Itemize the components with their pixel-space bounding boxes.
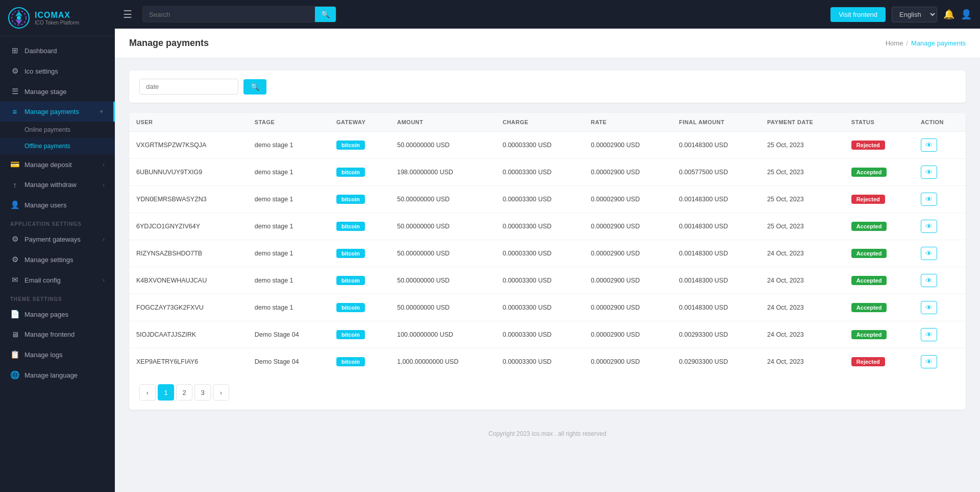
cell-rate: 0.00002900 USD xyxy=(584,159,672,186)
cell-gateway: bitcoin xyxy=(329,159,390,186)
view-button[interactable]: 👁 xyxy=(921,220,937,233)
sidebar-item-manage-pages[interactable]: 📄 Manage pages xyxy=(0,304,115,324)
cell-action: 👁 xyxy=(914,267,966,294)
cell-status: Rejected xyxy=(844,348,914,376)
sidebar-item-manage-frontend[interactable]: 🖥 Manage frontend xyxy=(0,324,115,344)
sidebar-sub-online-payments[interactable]: Online payments xyxy=(0,122,115,138)
hamburger-icon[interactable]: ☰ xyxy=(123,8,132,20)
dashboard-icon: ⊞ xyxy=(10,46,19,55)
sidebar-item-label: Email config xyxy=(24,276,97,284)
sidebar-item-manage-logs[interactable]: 📋 Manage logs xyxy=(0,344,115,365)
breadcrumb: Home / Manage payments xyxy=(886,39,966,47)
cell-amount: 198.00000000 USD xyxy=(390,159,496,186)
cell-action: 👁 xyxy=(914,213,966,240)
cell-amount: 50.00000000 USD xyxy=(390,294,496,321)
cell-action: 👁 xyxy=(914,240,966,267)
view-button[interactable]: 👁 xyxy=(921,274,937,287)
sidebar-item-ico-settings[interactable]: ⚙ Ico settings xyxy=(0,61,115,81)
cell-action: 👁 xyxy=(914,159,966,186)
sidebar-item-manage-deposit[interactable]: 💳 Manage deposit › xyxy=(0,154,115,175)
sidebar-item-manage-stage[interactable]: ☰ Manage stage xyxy=(0,81,115,102)
user-icon[interactable]: 👤 xyxy=(961,9,972,20)
cell-charge: 0.00003300 USD xyxy=(496,213,584,240)
cell-status: Accepted xyxy=(844,240,914,267)
payments-table-card: USER STAGE GATEWAY AMOUNT CHARGE RATE FI… xyxy=(129,113,966,410)
cell-user: 5IOJDCAATJJSZIRK xyxy=(129,321,248,348)
cell-amount: 100.00000000 USD xyxy=(390,321,496,348)
payment-gateways-icon: ⚙ xyxy=(10,235,19,244)
view-button[interactable]: 👁 xyxy=(921,355,937,368)
sidebar-item-manage-language[interactable]: 🌐 Manage language xyxy=(0,365,115,385)
cell-user: XEP9AETRY6LFIAY6 xyxy=(129,348,248,376)
breadcrumb-separator: / xyxy=(906,39,908,47)
pagination-next[interactable]: › xyxy=(213,384,229,401)
search-button[interactable]: 🔍 xyxy=(315,7,336,22)
logo-title: ICOMAX xyxy=(35,11,79,20)
svg-marker-3 xyxy=(15,19,22,25)
sidebar-item-label: Manage payments xyxy=(24,108,95,115)
view-button[interactable]: 👁 xyxy=(921,138,937,152)
manage-deposit-icon: 💳 xyxy=(10,160,19,169)
sidebar: ICOMAX ICO Token Platform ⊞ Dashboard ⚙ … xyxy=(0,0,115,492)
cell-amount: 1,000.00000000 USD xyxy=(390,348,496,376)
sidebar-item-label: Manage deposit xyxy=(24,161,97,169)
view-button[interactable]: 👁 xyxy=(921,301,937,314)
cell-stage: Demo Stage 04 xyxy=(248,348,329,376)
cell-charge: 0.00003300 USD xyxy=(496,240,584,267)
logo-area: ICOMAX ICO Token Platform xyxy=(0,0,115,36)
cell-gateway: bitcoin xyxy=(329,267,390,294)
content-area: Manage payments Home / Manage payments 🔍 xyxy=(115,29,980,492)
sidebar-item-email-config[interactable]: ✉ Email config › xyxy=(0,270,115,290)
manage-payments-icon: ≡ xyxy=(10,107,19,116)
cell-final-amount: 0.00577500 USD xyxy=(672,159,760,186)
cell-gateway: bitcoin xyxy=(329,321,390,348)
cell-charge: 0.00003300 USD xyxy=(496,294,584,321)
cell-payment-date: 24 Oct, 2023 xyxy=(760,240,844,267)
cell-final-amount: 0.00293300 USD xyxy=(672,321,760,348)
visit-frontend-button[interactable]: Visit frontend xyxy=(830,7,886,22)
view-button[interactable]: 👁 xyxy=(921,328,937,341)
sidebar-nav: ⊞ Dashboard ⚙ Ico settings ☰ Manage stag… xyxy=(0,36,115,492)
filter-bar: 🔍 xyxy=(129,71,966,103)
cell-status: Rejected xyxy=(844,132,914,159)
sidebar-item-manage-withdraw[interactable]: ↑ Manage withdraw › xyxy=(0,175,115,195)
sidebar-item-dashboard[interactable]: ⊞ Dashboard xyxy=(0,40,115,61)
sidebar-item-manage-settings[interactable]: ⚙ Manage settings xyxy=(0,249,115,270)
notification-icon[interactable]: 🔔 xyxy=(943,9,954,20)
svg-marker-2 xyxy=(15,11,22,16)
search-input[interactable] xyxy=(143,7,315,22)
pagination-prev[interactable]: ‹ xyxy=(139,384,156,401)
pagination-page-2[interactable]: 2 xyxy=(176,384,192,401)
cell-final-amount: 0.02903300 USD xyxy=(672,348,760,376)
sidebar-item-payment-gateways[interactable]: ⚙ Payment gateways › xyxy=(0,229,115,249)
cell-gateway: bitcoin xyxy=(329,132,390,159)
cell-gateway: bitcoin xyxy=(329,294,390,321)
view-button[interactable]: 👁 xyxy=(921,193,937,206)
sidebar-item-manage-payments[interactable]: ≡ Manage payments ▾ xyxy=(0,102,115,122)
view-button[interactable]: 👁 xyxy=(921,166,937,179)
filter-search-button[interactable]: 🔍 xyxy=(243,79,266,95)
sidebar-item-manage-users[interactable]: 👤 Manage users xyxy=(0,195,115,215)
sidebar-sub-offline-payments[interactable]: Offline payments xyxy=(0,138,115,154)
col-action: ACTION xyxy=(914,113,966,132)
cell-action: 👁 xyxy=(914,186,966,213)
cell-user: YDN0EMRSBWASYZN3 xyxy=(129,186,248,213)
table-row: RIZYNSAZBSHDO7TB demo stage 1 bitcoin 50… xyxy=(129,240,966,267)
pagination-page-3[interactable]: 3 xyxy=(194,384,211,401)
col-rate: RATE xyxy=(584,113,672,132)
cell-status: Accepted xyxy=(844,159,914,186)
cell-payment-date: 24 Oct, 2023 xyxy=(760,321,844,348)
col-final-amount: FINAL AMOUNT xyxy=(672,113,760,132)
logo-icon xyxy=(8,7,30,29)
pagination-page-1[interactable]: 1 xyxy=(158,384,174,401)
manage-users-icon: 👤 xyxy=(10,200,19,209)
breadcrumb-home[interactable]: Home xyxy=(886,39,903,47)
cell-action: 👁 xyxy=(914,294,966,321)
view-button[interactable]: 👁 xyxy=(921,247,937,260)
col-user: USER xyxy=(129,113,248,132)
sidebar-item-label: Manage users xyxy=(24,201,105,209)
manage-language-icon: 🌐 xyxy=(10,370,19,380)
date-filter-input[interactable] xyxy=(139,79,238,95)
language-select[interactable]: English Spanish French xyxy=(892,7,937,22)
sidebar-item-label: Manage frontend xyxy=(24,331,105,338)
